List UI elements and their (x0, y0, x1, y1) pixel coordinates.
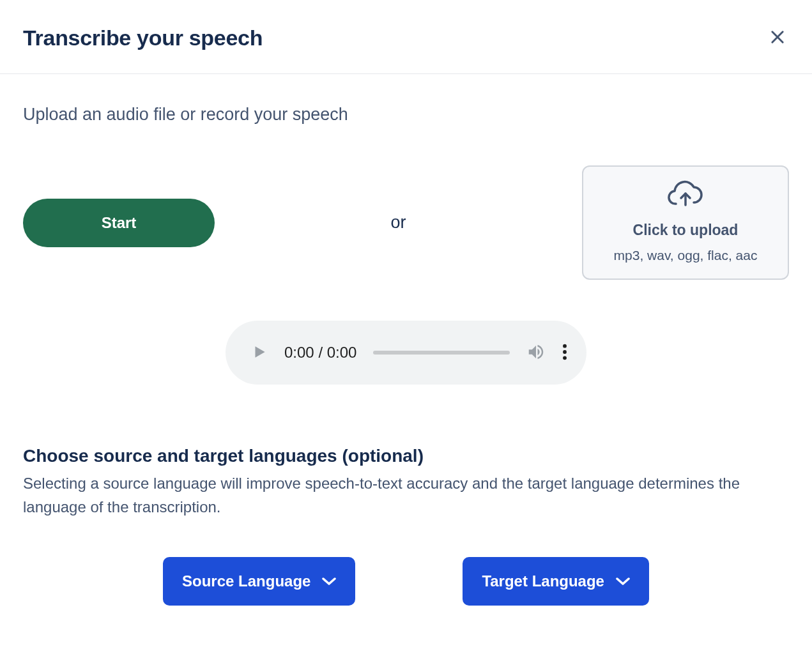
close-icon (769, 28, 786, 48)
svg-point-4 (563, 356, 567, 360)
upload-instruction: Upload an audio file or record your spee… (23, 105, 789, 125)
svg-point-2 (563, 344, 567, 347)
target-language-dropdown[interactable]: Target Language (463, 557, 649, 606)
audio-progress-bar[interactable] (373, 351, 510, 355)
audio-current-time: 0:00 (284, 344, 314, 361)
close-button[interactable] (766, 26, 789, 50)
upload-row: Start or Click to upload mp3, wav, ogg, … (23, 165, 789, 280)
audio-player: 0:00 / 0:00 (226, 321, 586, 385)
chevron-down-icon (322, 577, 336, 586)
upload-formats: mp3, wav, ogg, flac, aac (596, 248, 775, 263)
play-button[interactable] (251, 344, 268, 362)
target-language-label: Target Language (482, 572, 604, 590)
upload-dropzone[interactable]: Click to upload mp3, wav, ogg, flac, aac (582, 165, 789, 280)
more-vertical-icon (562, 343, 567, 363)
audio-duration: 0:00 (327, 344, 357, 361)
audio-time-display: 0:00 / 0:00 (284, 344, 356, 362)
language-description: Selecting a source language will improve… (23, 471, 789, 519)
cloud-upload-icon (596, 179, 775, 210)
modal-body: Upload an audio file or record your spee… (0, 74, 812, 629)
chevron-down-icon (616, 577, 630, 586)
volume-icon (526, 342, 546, 363)
start-recording-button[interactable]: Start (23, 199, 215, 247)
language-heading: Choose source and target languages (opti… (23, 446, 789, 466)
modal-title: Transcribe your speech (23, 26, 263, 50)
source-language-dropdown[interactable]: Source Language (163, 557, 355, 606)
transcribe-modal: Transcribe your speech Upload an audio f… (0, 0, 812, 672)
play-icon (251, 344, 268, 362)
volume-button[interactable] (526, 342, 546, 363)
source-language-label: Source Language (182, 572, 310, 590)
or-separator: or (230, 213, 567, 233)
svg-point-3 (563, 350, 567, 354)
modal-header: Transcribe your speech (0, 0, 812, 74)
audio-more-button[interactable] (562, 343, 567, 363)
upload-title: Click to upload (596, 222, 775, 239)
language-buttons-row: Source Language Target Language (23, 557, 789, 606)
